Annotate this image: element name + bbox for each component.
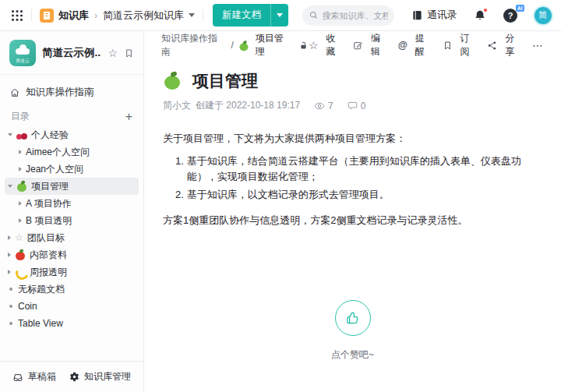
chevron-down-icon[interactable] xyxy=(189,13,195,17)
sidebar-item-aimee-space[interactable]: Aimee个人空间 xyxy=(5,143,139,161)
more-button[interactable]: ⋯ xyxy=(532,39,544,51)
draft-box-button[interactable]: 草稿箱 xyxy=(12,370,56,383)
sidebar-item-untitled-doc[interactable]: 无标题文档 xyxy=(5,281,139,298)
chevron-right-icon[interactable] xyxy=(19,201,22,206)
sidebar-item-coin[interactable]: Coin xyxy=(5,298,139,315)
unlock-icon[interactable] xyxy=(298,41,309,51)
chevron-right-icon[interactable] xyxy=(19,218,22,223)
library-header: 简道云 简道云示例... ☆ xyxy=(0,31,143,75)
user-avatar[interactable]: 简 xyxy=(535,7,552,24)
sidebar: 简道云 简道云示例... ☆ 知识库操作指南 目录 + 个人经 xyxy=(0,31,144,392)
breadcrumb-parent[interactable]: 知识库操作指南 xyxy=(161,32,226,58)
doc-title-row: 项目管理 xyxy=(163,70,542,92)
help-button[interactable]: ? AI xyxy=(503,9,517,23)
sidebar-item-weekly-report[interactable]: 周报透明 xyxy=(5,263,139,281)
green-apple-icon xyxy=(163,72,182,90)
breadcrumb-current[interactable]: 项目管理 xyxy=(238,32,293,58)
chevron-right-icon[interactable] xyxy=(8,270,11,274)
search-box[interactable] xyxy=(302,5,394,26)
directory-label: 目录 xyxy=(11,110,30,123)
contacts-label: 通讯录 xyxy=(428,9,457,22)
breadcrumb-current-library[interactable]: 简道云示例知识库 xyxy=(103,9,184,23)
contacts-button[interactable]: 通讯录 xyxy=(411,9,457,22)
subscribe-button[interactable]: 订阅 xyxy=(443,32,475,58)
remind-button[interactable]: @ 提醒 xyxy=(398,32,429,58)
subscribe-label: 订阅 xyxy=(456,32,475,58)
tree-item-label: 周报透明 xyxy=(30,266,67,279)
sidebar-item-personal-experience[interactable]: 个人经验 xyxy=(5,126,139,143)
bookmark-icon[interactable] xyxy=(124,48,134,58)
contacts-book-icon xyxy=(411,9,423,21)
share-button[interactable]: 分享 xyxy=(487,32,519,58)
chevron-right-icon[interactable] xyxy=(19,150,22,154)
doc-body: 项目管理 简小文 创建于 2022-10-18 19:17 7 0 关于项目管理… xyxy=(144,59,561,392)
sidebar-item-label: 知识库操作指南 xyxy=(26,86,94,99)
breadcrumb-root[interactable]: 知识库 xyxy=(58,9,89,23)
apps-grid-icon[interactable] xyxy=(11,9,23,22)
gear-icon xyxy=(69,372,79,382)
chevron-right-icon[interactable] xyxy=(8,253,11,257)
tree-item-label: Jean个人空间 xyxy=(26,163,83,176)
sidebar-item-guide[interactable]: 知识库操作指南 xyxy=(0,81,143,104)
sidebar-item-internal-docs[interactable]: 内部资料 xyxy=(5,246,139,263)
chevron-right-icon[interactable] xyxy=(19,167,22,171)
chevron-down-icon xyxy=(277,13,283,17)
doc-author: 简小文 xyxy=(163,99,191,112)
doc-created: 创建于 2022-10-18 19:17 xyxy=(196,99,300,112)
sidebar-item-project-b[interactable]: B 项目透明 xyxy=(5,212,139,229)
banana-icon xyxy=(15,267,26,277)
new-doc-split-button: 新建文档 xyxy=(213,4,288,26)
thumbs-up-icon xyxy=(345,310,361,326)
library-manage-label: 知识库管理 xyxy=(84,370,131,383)
sidebar-item-jean-space[interactable]: Jean个人空间 xyxy=(5,161,139,178)
tree-item-label: Aimee个人空间 xyxy=(26,146,90,159)
chevron-down-icon[interactable] xyxy=(8,185,12,188)
list-number: 2. xyxy=(175,187,184,203)
list-text: 基于知识库，以文档记录的形式去管理项目。 xyxy=(187,187,390,203)
tree-item-label: 无标题文档 xyxy=(18,283,65,296)
tree-item-label: B 项目透明 xyxy=(26,214,72,228)
tree-item-label: 项目管理 xyxy=(31,180,69,193)
new-doc-button[interactable]: 新建文档 xyxy=(213,4,270,26)
chevron-down-icon[interactable] xyxy=(8,133,12,136)
view-count: 7 xyxy=(314,101,333,111)
library-title[interactable]: 简道云示例... xyxy=(42,46,101,60)
new-doc-dropdown-button[interactable] xyxy=(270,4,288,26)
tree-item-label: A 项目协作 xyxy=(26,197,72,210)
main-panel: 知识库操作指南 / 项目管理 ☆ 收藏 编辑 xyxy=(144,31,561,392)
doc-title: 项目管理 xyxy=(192,70,258,92)
chevron-right-icon[interactable] xyxy=(8,235,11,240)
library-manage-button[interactable]: 知识库管理 xyxy=(69,370,131,383)
divider xyxy=(31,9,32,22)
sidebar-item-table-view[interactable]: Table View xyxy=(5,315,139,332)
sidebar-scroll: 知识库操作指南 目录 + 个人经验 Aimee个人空间 Jean xyxy=(0,75,143,361)
edit-button[interactable]: 编辑 xyxy=(353,32,385,58)
divider xyxy=(203,9,203,22)
like-section: 点个赞吧~ xyxy=(163,300,542,362)
sidebar-item-project-a[interactable]: A 项目协作 xyxy=(5,195,139,212)
knowledge-base-icon xyxy=(40,9,54,23)
green-apple-icon xyxy=(16,181,27,192)
search-icon xyxy=(309,10,319,20)
tree-item-label: 团队目标 xyxy=(27,231,65,245)
library-logo[interactable]: 简道云 xyxy=(9,40,36,66)
sidebar-item-team-goals[interactable]: ☆ 团队目标 xyxy=(5,229,139,246)
topbar-right-group: 通讯录 ? AI 简 xyxy=(302,5,552,26)
tree-item-label: Coin xyxy=(18,301,37,312)
comment-count-value: 0 xyxy=(361,101,366,111)
remind-label: 提醒 xyxy=(411,32,429,58)
search-input[interactable] xyxy=(323,11,388,20)
share-icon xyxy=(487,41,497,51)
favorite-button[interactable]: ☆ 收藏 xyxy=(309,32,340,58)
comment-icon xyxy=(348,101,358,111)
sidebar-item-project-management[interactable]: 项目管理 xyxy=(5,178,139,195)
star-icon: ☆ xyxy=(15,232,23,243)
view-count-value: 7 xyxy=(328,101,333,111)
plus-icon[interactable]: + xyxy=(125,111,132,123)
eye-icon xyxy=(314,101,325,111)
notifications-button[interactable] xyxy=(474,9,486,22)
edit-label: 编辑 xyxy=(366,32,385,58)
tree-item-label: Table View xyxy=(18,318,63,329)
star-icon[interactable]: ☆ xyxy=(108,47,118,59)
like-button[interactable] xyxy=(335,300,371,336)
